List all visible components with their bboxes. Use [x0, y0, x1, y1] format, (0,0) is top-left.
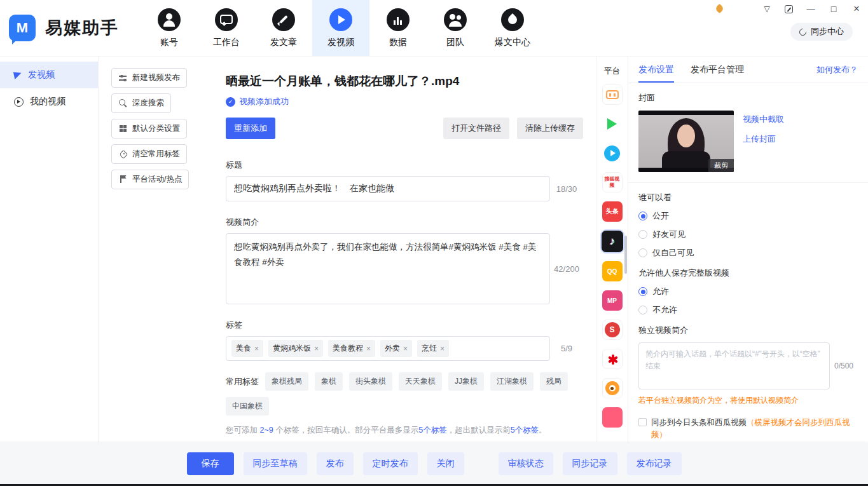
platform-icon-toutiao[interactable]: 头条 [602, 201, 623, 222]
nav-item-team[interactable]: 团队 [427, 0, 484, 56]
remove-tag-icon[interactable] [314, 344, 319, 353]
radio-icon[interactable] [638, 230, 647, 239]
platform-icon-eye[interactable] [602, 378, 623, 398]
independent-description-counter: 0/500 [830, 342, 858, 389]
readd-video-button[interactable]: 重新添加 [226, 118, 275, 139]
tag-chip: 美食教程 [328, 340, 375, 357]
network-icon[interactable] [762, 4, 772, 14]
remove-tag-icon[interactable] [366, 344, 371, 353]
sync-records-button[interactable]: 同步记录 [563, 452, 617, 475]
close-button[interactable] [851, 4, 862, 14]
nav-item-publish-video[interactable]: 发视频 [312, 0, 369, 56]
capture-from-video-link[interactable]: 视频中截取 [743, 114, 784, 125]
radio-checked-icon[interactable] [638, 212, 647, 220]
sync-to-draft-button[interactable]: 同步至草稿 [244, 452, 307, 475]
common-tag[interactable]: 街头象棋 [349, 372, 392, 391]
remove-tag-icon[interactable] [403, 344, 408, 353]
upload-cover-link[interactable]: 上传封面 [743, 133, 784, 145]
clear-upload-cache-button[interactable]: 清除上传缓存 [517, 118, 583, 139]
deep-search-button[interactable]: 深度搜索 [111, 93, 171, 113]
nav-item-publish-article[interactable]: 发文章 [255, 0, 312, 56]
default-category-settings-button[interactable]: 默认分类设置 [111, 119, 187, 138]
platform-icon-sohu-video[interactable]: 搜狐视频 [602, 172, 623, 192]
scheduled-publish-button[interactable]: 定时发布 [363, 452, 418, 475]
green-play-icon [607, 118, 617, 130]
common-tag[interactable]: 残局 [540, 372, 568, 391]
tag-chip: 烹饪 [417, 340, 449, 357]
radio-icon[interactable] [638, 306, 647, 314]
common-tag[interactable]: JJ象棋 [448, 372, 484, 391]
upload-status: 视频添加成功 [226, 96, 583, 107]
search-icon [118, 98, 128, 108]
common-tag[interactable]: 天天象棋 [399, 372, 442, 391]
platform-icon-green-play[interactable] [602, 114, 623, 134]
description-textarea[interactable]: 想吃黄焖鸡别再点外卖了，我们在家也能做，方法很简单#黄焖鸡米饭 #美食 #美食教… [226, 233, 550, 304]
visibility-label: 谁可以看 [638, 192, 858, 203]
tab-platform-management[interactable]: 发布平台管理 [691, 57, 744, 83]
platform-icon-bilibili[interactable] [602, 84, 623, 105]
save-permission-label: 允许他人保存完整版视频 [638, 267, 858, 279]
refresh-icon [798, 27, 808, 37]
how-to-publish-link[interactable]: 如何发布？ [816, 64, 858, 76]
new-video-publish-button[interactable]: 新建视频发布 [111, 68, 187, 88]
common-tag[interactable]: 江湖象棋 [490, 372, 534, 391]
cover-thumbnail[interactable]: 裁剪 [638, 111, 734, 172]
snip-icon[interactable] [785, 5, 793, 13]
publish-records-button[interactable]: 发布记录 [627, 452, 682, 475]
close-page-button[interactable]: 关闭 [427, 452, 464, 475]
clear-common-tags-button[interactable]: 清空常用标签 [111, 144, 187, 164]
app-title: 易媒助手 [45, 17, 119, 39]
platform-icon-huawei[interactable] [602, 349, 623, 369]
nav-item-data[interactable]: 数据 [369, 0, 427, 56]
radio-checked-icon[interactable] [638, 287, 647, 296]
visibility-option-public[interactable]: 公开 [638, 210, 858, 222]
independent-description-textarea[interactable] [638, 342, 830, 389]
nav-item-hot-center[interactable]: 爆文中心 [484, 0, 541, 56]
sidebar-item-publish-video[interactable]: 发视频 [0, 62, 98, 88]
common-tag[interactable]: 象棋 [315, 372, 343, 391]
platform-activity-button[interactable]: 平台活动/热点 [111, 170, 189, 189]
platform-column: 平台 搜狐视频 头条 QQ MP S [596, 57, 628, 443]
platform-icon-blue-play[interactable] [602, 143, 623, 163]
platform-icon-meipai[interactable]: MP [602, 290, 623, 311]
save-option-deny[interactable]: 不允许 [638, 304, 858, 316]
tags-input[interactable]: 美食 黄焖鸡米饭 美食教程 外卖 烹饪 [226, 336, 550, 361]
play-circle-icon [14, 97, 24, 107]
remove-tag-icon[interactable] [254, 344, 259, 353]
maximize-button[interactable] [829, 4, 839, 14]
sync-toutiao-checkbox-row[interactable]: 同步到今日头条和西瓜视频（横屏视频才会同步到西瓜视频） [638, 417, 858, 441]
tab-publish-settings[interactable]: 发布设置 [638, 57, 674, 83]
common-tag[interactable]: 中国象棋 [226, 397, 269, 415]
top-nav: 账号 工作台 发文章 发视频 数据 团队 [141, 0, 541, 56]
visibility-option-friends[interactable]: 好友可见 [638, 229, 858, 240]
sync-center-button[interactable]: 同步中心 [790, 23, 853, 41]
nav-item-account[interactable]: 账号 [141, 0, 198, 56]
nav-item-workbench[interactable]: 工作台 [198, 0, 255, 56]
tag-chip: 外卖 [380, 340, 412, 357]
save-option-allow[interactable]: 允许 [638, 286, 858, 297]
description-label: 视频简介 [226, 217, 583, 228]
radio-icon[interactable] [638, 248, 647, 257]
visibility-option-private[interactable]: 仅自己可见 [638, 247, 858, 259]
app-header: 易媒助手 账号 工作台 发文章 发视频 数据 [0, 0, 868, 56]
save-button[interactable]: 保存 [187, 452, 234, 475]
minimize-button[interactable] [806, 4, 816, 14]
platform-scrollbar[interactable] [624, 236, 627, 274]
common-tag[interactable]: 象棋残局 [265, 372, 308, 391]
megaphone-icon [13, 71, 22, 79]
crop-badge[interactable]: 裁剪 [708, 159, 734, 172]
platform-icon-douyin[interactable] [602, 231, 623, 252]
independent-description-label: 独立视频简介 [638, 325, 858, 336]
open-file-path-button[interactable]: 打开文件路径 [443, 118, 509, 139]
workbench-icon [215, 8, 238, 31]
independent-description-section: 独立视频简介 0/500 若平台独立视频简介为空，将使用默认视频简介 同步到今日… [628, 316, 868, 441]
platform-icon-s[interactable]: S [602, 320, 623, 340]
sidebar-item-my-videos[interactable]: 我的视频 [0, 88, 98, 115]
platform-icon-partial[interactable] [602, 407, 623, 428]
review-status-button[interactable]: 审核状态 [499, 452, 553, 475]
publish-button[interactable]: 发布 [317, 452, 354, 475]
remove-tag-icon[interactable] [440, 344, 444, 353]
platform-icon-qq[interactable]: QQ [602, 261, 623, 281]
title-input[interactable] [226, 176, 550, 201]
checkbox-icon[interactable] [638, 418, 647, 426]
